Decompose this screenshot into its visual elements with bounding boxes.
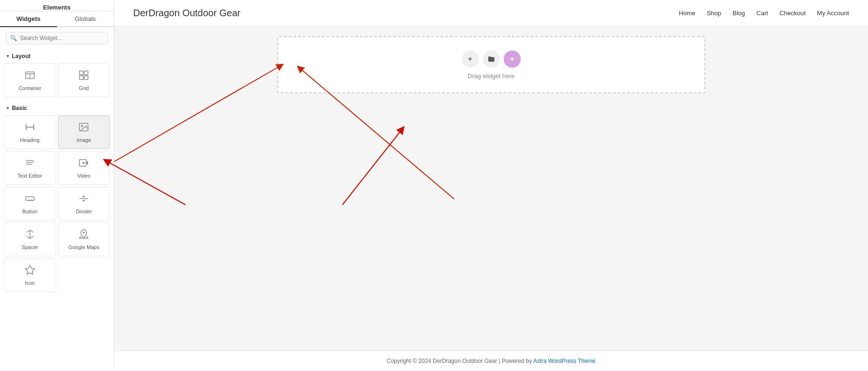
svg-line-29 (30, 236, 33, 239)
grid-label: Grid (79, 85, 89, 91)
svg-point-30 (83, 231, 85, 233)
template-button[interactable] (483, 50, 500, 68)
nav-cart[interactable]: Cart (756, 10, 768, 17)
button-label: Button (22, 209, 38, 214)
tab-widgets[interactable]: Widgets (0, 11, 57, 27)
icon-label: Icon (25, 280, 35, 286)
layout-widget-grid: Container Grid (0, 61, 114, 101)
divider-label: Divider (76, 209, 92, 214)
canvas-area: + ✦ Drag widget here (114, 27, 868, 351)
widget-container[interactable]: Container (4, 63, 56, 97)
spacer-label: Spacer (21, 244, 38, 250)
svg-rect-3 (79, 71, 83, 75)
widget-google-maps[interactable]: Google Maps (58, 222, 110, 256)
icon-widget-icon (24, 264, 36, 277)
widget-image[interactable]: Image (58, 115, 110, 149)
drop-zone-buttons: + ✦ (462, 50, 521, 68)
main-content: DerDragon Outdoor Gear Home Shop Blog Ca… (114, 0, 868, 371)
text-editor-label: Text Editor (18, 173, 42, 179)
search-input[interactable] (20, 35, 104, 41)
heading-icon (24, 121, 36, 134)
footer: Copyright © 2024 DerDragon Outdoor Gear … (114, 351, 868, 371)
svg-rect-5 (79, 76, 83, 80)
widget-text-editor[interactable]: Text Editor (4, 151, 56, 185)
svg-marker-31 (25, 265, 35, 274)
container-icon (24, 70, 36, 82)
nav-blog[interactable]: Blog (732, 10, 745, 17)
widget-divider[interactable]: Divider (58, 187, 110, 221)
widget-button[interactable]: Button (4, 187, 56, 221)
footer-link[interactable]: Astra WordPress Theme (533, 358, 595, 364)
svg-point-11 (81, 125, 83, 127)
section-layout: Layout (0, 49, 114, 61)
widget-heading[interactable]: Heading (4, 115, 56, 149)
nav-home[interactable]: Home (679, 10, 695, 17)
add-widget-button[interactable]: + (462, 50, 479, 68)
google-maps-icon (78, 229, 89, 241)
search-icon: 🔍 (10, 35, 17, 41)
sidebar-tabs: Widgets Globals (0, 11, 114, 27)
sidebar-title: Elements (43, 4, 71, 11)
svg-rect-4 (84, 71, 88, 75)
widget-video[interactable]: Video (58, 151, 110, 185)
svg-marker-17 (83, 161, 85, 164)
basic-widget-grid: Heading Image Text Editor (0, 113, 114, 296)
sidebar: Elements Widgets Globals 🔍 Layout Contai… (0, 0, 114, 371)
nav-shop[interactable]: Shop (707, 10, 721, 17)
grid-icon (78, 70, 89, 82)
svg-point-19 (29, 200, 30, 201)
widget-spacer[interactable]: Spacer (4, 222, 56, 256)
sidebar-header: Elements (0, 0, 114, 11)
section-basic-title: Basic (12, 105, 27, 111)
drag-label: Drag widget here (468, 72, 515, 80)
widget-icon[interactable]: Icon (4, 258, 56, 292)
image-icon (78, 121, 89, 134)
svg-marker-23 (82, 195, 85, 197)
section-layout-title: Layout (12, 53, 30, 60)
nav-checkout[interactable]: Checkout (780, 10, 806, 17)
svg-line-33 (300, 68, 454, 199)
nav-my-account[interactable]: My Account (817, 10, 849, 17)
section-basic: Basic (0, 101, 114, 113)
drop-zone[interactable]: + ✦ Drag widget here (277, 36, 705, 93)
heading-label: Heading (20, 137, 39, 143)
nav-links: Home Shop Blog Cart Checkout My Account (679, 10, 849, 17)
widget-grid[interactable]: Grid (58, 63, 110, 97)
svg-rect-6 (84, 76, 88, 80)
search-box: 🔍 (6, 32, 108, 44)
google-maps-label: Google Maps (68, 244, 99, 250)
button-icon (24, 193, 36, 206)
svg-marker-24 (82, 200, 85, 202)
divider-icon (78, 193, 89, 206)
image-label: Image (77, 137, 91, 143)
svg-line-32 (114, 66, 281, 166)
spacer-icon (24, 229, 36, 241)
svg-line-28 (27, 236, 30, 239)
video-icon (78, 157, 89, 170)
video-label: Video (77, 173, 90, 179)
site-title: DerDragon Outdoor Gear (133, 8, 241, 19)
svg-line-26 (27, 230, 30, 232)
magic-button[interactable]: ✦ (504, 50, 521, 68)
tab-globals[interactable]: Globals (57, 11, 114, 27)
top-navigation: DerDragon Outdoor Gear Home Shop Blog Ca… (114, 0, 868, 27)
text-editor-icon (24, 157, 36, 170)
container-label: Container (19, 85, 41, 91)
svg-line-27 (30, 230, 33, 232)
footer-text: Copyright © 2024 DerDragon Outdoor Gear … (387, 358, 533, 364)
